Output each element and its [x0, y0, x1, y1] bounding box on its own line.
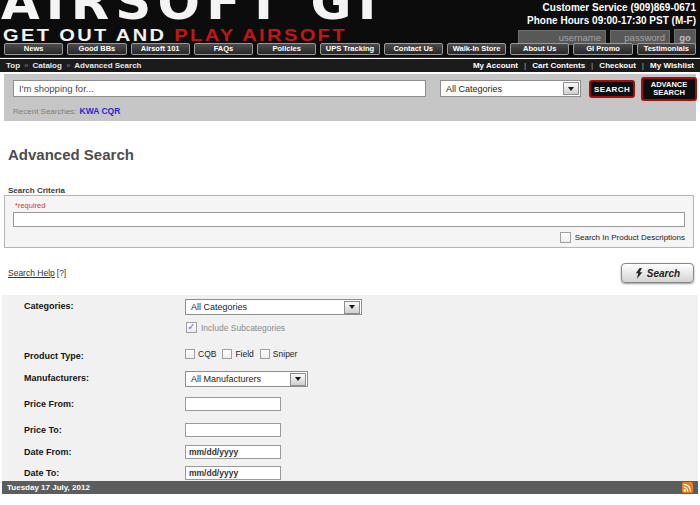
- field-label: Field: [235, 349, 253, 359]
- nav-item-faqs[interactable]: FAQs: [194, 43, 253, 55]
- nav-item-airsoft-101[interactable]: Airsoft 101: [131, 43, 190, 55]
- categories-select[interactable]: All Categories: [185, 299, 362, 315]
- link-my-wishlist[interactable]: My Wishlist: [650, 61, 694, 70]
- date-from-input[interactable]: [185, 445, 281, 459]
- nav-item-contact-us[interactable]: Contact Us: [384, 43, 443, 55]
- price-to-label: Price To:: [24, 425, 62, 435]
- breadcrumb-separator: »: [66, 61, 70, 70]
- search-descriptions-row: Search In Product Descriptions: [560, 232, 685, 243]
- advance-search-button[interactable]: ADVANCE SEARCH: [641, 77, 697, 101]
- manufacturers-label: Manufacturers:: [24, 373, 89, 383]
- breadcrumb-catalog[interactable]: Catalog: [33, 61, 62, 70]
- include-subcategories-label: Include Subcategories: [201, 323, 285, 333]
- required-note: *required: [15, 201, 45, 210]
- breadcrumb-bar: Top » Catalog » Advanced Search My Accou…: [0, 59, 700, 72]
- criteria-box: *required Search In Product Descriptions: [4, 195, 694, 248]
- cqb-checkbox[interactable]: [185, 349, 195, 359]
- include-subcategories-checkbox[interactable]: [186, 322, 197, 333]
- link-cart-contents[interactable]: Cart Contents: [532, 61, 585, 70]
- submit-search-label: Search: [647, 268, 680, 279]
- manufacturers-select-value: All Manufacturers: [191, 374, 261, 384]
- search-descriptions-label: Search In Product Descriptions: [575, 233, 685, 242]
- nav-item-about-us[interactable]: About Us: [510, 43, 569, 55]
- customer-service-info: Customer Service (909)869-0671 Phone Hou…: [527, 2, 696, 27]
- quick-search-bar: All Categories SEARCH ADVANCE SEARCH Rec…: [4, 74, 696, 121]
- advance-search-label-2: SEARCH: [653, 89, 685, 98]
- lightning-bolt-icon: [635, 268, 643, 279]
- nav-item-gi-promo[interactable]: GI Promo: [573, 43, 632, 55]
- main-nav: News Good BBs Airsoft 101 FAQs Policies …: [0, 43, 700, 57]
- product-type-options: CQB Field Sniper: [185, 349, 303, 359]
- date-to-label: Date To:: [24, 468, 59, 478]
- advanced-search-form: Categories: All Categories Include Subca…: [2, 295, 698, 481]
- link-separator: |: [591, 61, 593, 70]
- price-from-label: Price From:: [24, 399, 74, 409]
- nav-item-ups-tracking[interactable]: UPS Tracking: [320, 43, 379, 55]
- chevron-down-icon[interactable]: [344, 301, 360, 314]
- chevron-down-icon[interactable]: [290, 373, 306, 386]
- account-links: My Account | Cart Contents | Checkout | …: [473, 61, 694, 70]
- category-select-value: All Categories: [446, 84, 502, 94]
- breadcrumb-advanced-search: Advanced Search: [74, 61, 141, 70]
- search-button[interactable]: SEARCH: [589, 80, 635, 98]
- nav-item-testimonials[interactable]: Testimonials: [637, 43, 696, 55]
- page-title: Advanced Search: [8, 146, 134, 163]
- date-from-label: Date From:: [24, 447, 72, 457]
- manufacturers-select[interactable]: All Manufacturers: [185, 371, 308, 387]
- breadcrumb-separator: »: [24, 61, 28, 70]
- category-select[interactable]: All Categories: [440, 80, 581, 97]
- search-help-link[interactable]: Search Help: [8, 268, 55, 278]
- categories-label: Categories:: [24, 301, 74, 311]
- nav-item-policies[interactable]: Policies: [257, 43, 316, 55]
- link-my-account[interactable]: My Account: [473, 61, 518, 70]
- criteria-heading: Search Criteria: [8, 186, 65, 195]
- phone-hours-line: Phone Hours 09:00-17:30 PST (M-F): [527, 15, 696, 28]
- rss-icon[interactable]: [682, 482, 693, 493]
- recent-searches: Recent Searches:KWA CQR: [13, 106, 120, 116]
- chevron-down-icon[interactable]: [563, 82, 579, 95]
- recent-search-link[interactable]: KWA CQR: [80, 106, 121, 116]
- sniper-label: Sniper: [273, 349, 298, 359]
- search-help-badge[interactable]: [?]: [57, 268, 66, 278]
- submit-search-button[interactable]: Search: [621, 263, 694, 283]
- footer-date: Tuesday 17 July, 2012: [7, 483, 90, 492]
- search-input[interactable]: [13, 80, 426, 97]
- help-row: Search Help[?]: [8, 268, 66, 278]
- include-subcategories-row: Include Subcategories: [186, 322, 285, 333]
- nav-item-good-bbs[interactable]: Good BBs: [67, 43, 126, 55]
- price-from-input[interactable]: [185, 397, 281, 411]
- cqb-label: CQB: [198, 349, 216, 359]
- footer-bar: Tuesday 17 July, 2012: [2, 481, 698, 494]
- date-to-input[interactable]: [185, 466, 281, 480]
- sniper-checkbox[interactable]: [260, 349, 270, 359]
- nav-item-news[interactable]: News: [4, 43, 63, 55]
- price-to-input[interactable]: [185, 423, 281, 437]
- site-header: AIRSOFT GI GET OUT AND PLAY AIRSOFT Cust…: [0, 0, 700, 58]
- keywords-input[interactable]: [13, 212, 685, 227]
- categories-select-value: All Categories: [191, 302, 247, 312]
- field-checkbox[interactable]: [222, 349, 232, 359]
- page: AIRSOFT GI GET OUT AND PLAY AIRSOFT Cust…: [0, 0, 700, 505]
- nav-item-walk-in-store[interactable]: Walk-In Store: [447, 43, 506, 55]
- search-descriptions-checkbox[interactable]: [560, 232, 571, 243]
- search-button-label: SEARCH: [594, 85, 630, 94]
- customer-service-line: Customer Service (909)869-0671: [527, 2, 696, 15]
- breadcrumb: Top » Catalog » Advanced Search: [6, 61, 141, 70]
- product-type-label: Product Type:: [24, 351, 84, 361]
- link-checkout[interactable]: Checkout: [599, 61, 635, 70]
- link-separator: |: [642, 61, 644, 70]
- link-separator: |: [524, 61, 526, 70]
- breadcrumb-top[interactable]: Top: [6, 61, 20, 70]
- recent-searches-label: Recent Searches:: [13, 107, 77, 116]
